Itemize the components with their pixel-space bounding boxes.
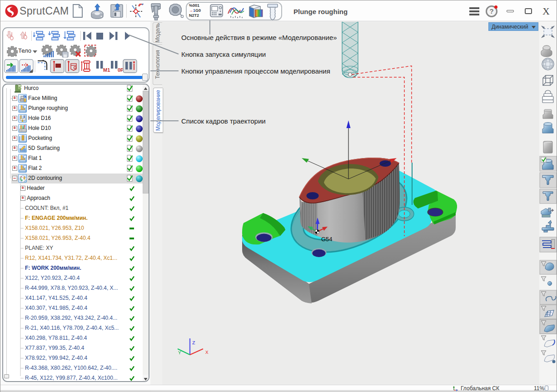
svg-text:X: X xyxy=(205,350,209,355)
svg-text:G54: G54 xyxy=(321,236,333,243)
svg-text:Y: Y xyxy=(178,350,181,356)
svg-text:M1: M1 xyxy=(103,67,110,73)
svg-text:Z: Z xyxy=(192,340,195,346)
